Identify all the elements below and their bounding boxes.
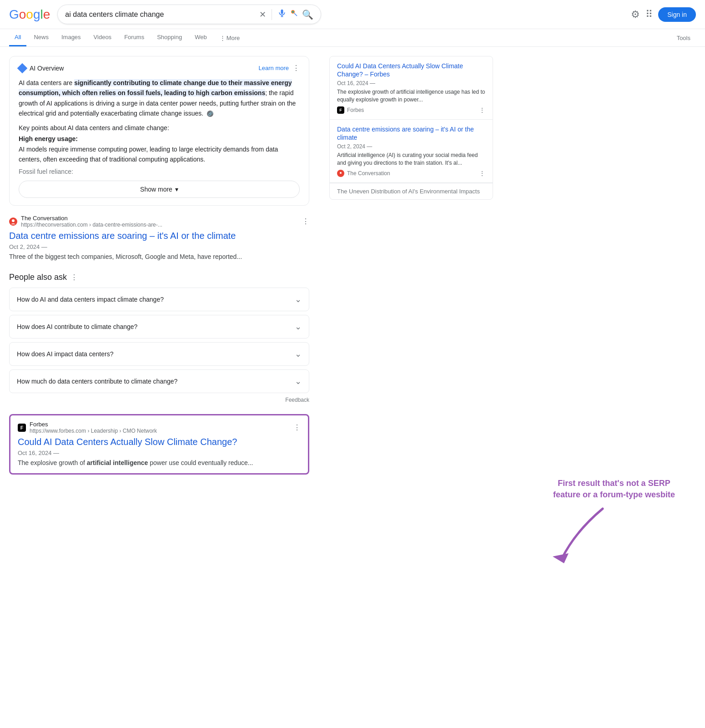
chevron-down-icon-2: ⌄ <box>295 322 302 332</box>
ai-overview-actions: Learn more ⋮ <box>259 64 300 72</box>
chevron-down-icon-1: ⌄ <box>295 294 302 304</box>
result-title[interactable]: Data centre emissions are soaring – it's… <box>9 230 309 242</box>
search-input[interactable] <box>65 10 256 19</box>
paa-item-4[interactable]: How much do data centers contribute to c… <box>9 369 309 393</box>
main-content: AI Overview Learn more ⋮ AI data centers… <box>0 47 682 495</box>
more-dots-icon: ⋮ <box>220 35 226 41</box>
forbes-url: https://www.forbes.com › Leadership › CM… <box>30 428 157 434</box>
tab-web[interactable]: Web <box>189 29 212 46</box>
svg-line-5 <box>294 13 297 16</box>
tools-button[interactable]: Tools <box>671 30 696 46</box>
ai-overview-label: AI Overview <box>30 65 64 72</box>
forbes-site-info: Forbes https://www.forbes.com › Leadersh… <box>30 421 157 434</box>
forbes-result-date: Oct 16, 2024 — <box>18 450 301 456</box>
people-also-ask: People also ask ⋮ How do AI and data cen… <box>9 273 309 403</box>
ai-diamond-icon <box>17 63 28 73</box>
tab-videos[interactable]: Videos <box>88 29 117 46</box>
sidebar-conversation-source-name: The Conversation <box>347 170 390 177</box>
annotation-arrow <box>548 504 612 563</box>
sidebar-forbes-snippet: The explosive growth of artificial intel… <box>337 88 485 104</box>
sidebar-card: Could AI Data Centers Actually Slow Clim… <box>329 56 493 200</box>
tab-images[interactable]: Images <box>56 29 86 46</box>
sidebar-result-conversation: Data centre emissions are soaring – it's… <box>330 120 493 183</box>
show-more-button[interactable]: Show more ▾ <box>19 181 300 198</box>
clear-icon[interactable]: ✕ <box>259 10 266 20</box>
tab-all[interactable]: All <box>9 29 26 46</box>
svg-rect-0 <box>281 10 283 14</box>
paa-menu-icon[interactable]: ⋮ <box>70 273 78 282</box>
snippet-bold: artificial intelligence <box>87 459 148 466</box>
sidebar-forbes-source: F Forbes ⋮ <box>337 106 485 114</box>
svg-point-7 <box>12 219 15 222</box>
show-more-label: Show more <box>140 186 172 193</box>
result-source-row: The Conversation https://theconversation… <box>9 215 309 228</box>
result-menu-icon[interactable]: ⋮ <box>302 217 309 226</box>
paa-question-2: How does AI contribute to climate change… <box>17 323 137 330</box>
search-bar: ✕ 🔍 <box>57 5 321 24</box>
tab-forums[interactable]: Forums <box>119 29 150 46</box>
tab-shopping[interactable]: Shopping <box>151 29 187 46</box>
chevron-down-icon: ▾ <box>175 186 178 193</box>
key-points-title: Key points about AI data centers and cli… <box>19 124 300 131</box>
sign-in-button[interactable]: Sign in <box>658 7 696 22</box>
sidebar-forbes-title[interactable]: Could AI Data Centers Actually Slow Clim… <box>337 62 485 78</box>
forbes-menu-icon[interactable]: ⋮ <box>293 423 301 432</box>
lens-icon[interactable] <box>290 9 298 20</box>
ai-overview-card: AI Overview Learn more ⋮ AI data centers… <box>9 56 309 206</box>
settings-icon[interactable]: ⚙ <box>631 9 640 20</box>
paa-header: People also ask ⋮ <box>9 273 309 282</box>
site-name: The Conversation <box>21 215 162 222</box>
paa-item-3[interactable]: How does AI impact data centers? ⌄ <box>9 342 309 366</box>
mic-icon[interactable] <box>277 9 287 20</box>
feedback-label[interactable]: Feedback <box>9 397 309 403</box>
paa-item-2[interactable]: How does AI contribute to climate change… <box>9 315 309 339</box>
search-submit-icon[interactable]: 🔍 <box>302 9 313 20</box>
fossil-fuel-label: Fossil fuel reliance: <box>19 168 300 175</box>
high-energy-label: High energy usage: <box>19 135 300 142</box>
result-date: Oct 2, 2024 — <box>9 243 309 250</box>
svg-point-4 <box>292 11 294 13</box>
tab-more[interactable]: ⋮ More <box>214 30 246 46</box>
google-apps-icon[interactable]: ⠿ <box>645 9 653 20</box>
nav-tabs: All News Images Videos Forums Shopping W… <box>0 29 705 47</box>
sidebar-conversation-snippet: Artificial intelligence (AI) is curating… <box>337 152 485 167</box>
paa-item-1[interactable]: How do AI and data centers impact climat… <box>9 288 309 311</box>
tab-news[interactable]: News <box>28 29 54 46</box>
high-energy-text: AI models require immense computing powe… <box>19 144 300 165</box>
sidebar-conversation-title[interactable]: Data centre emissions are soaring – it's… <box>337 125 485 142</box>
paa-question-3: How does AI impact data centers? <box>17 350 113 358</box>
citation-icon[interactable]: 🔗 <box>207 111 213 117</box>
ai-overview-text: AI data centers are significantly contri… <box>19 78 300 119</box>
sidebar-conversation-menu-icon[interactable]: ⋮ <box>479 170 485 177</box>
ai-overview-header: AI Overview Learn more ⋮ <box>19 64 300 72</box>
highlighted-forbes-result: F Forbes https://www.forbes.com › Leader… <box>9 414 309 475</box>
snippet-end: power use could eventually reduce... <box>148 459 253 466</box>
forbes-result-title[interactable]: Could AI Data Centers Actually Slow Clim… <box>18 436 301 448</box>
learn-more-link[interactable]: Learn more <box>259 65 289 71</box>
snippet-intro: The explosive growth of <box>18 459 87 466</box>
ai-overview-menu-icon[interactable]: ⋮ <box>292 64 300 72</box>
result-url: https://theconversation.com › data-centr… <box>21 222 162 228</box>
sidebar-conversation-favicon <box>337 170 344 177</box>
results-column: AI Overview Learn more ⋮ AI data centers… <box>9 56 309 485</box>
header-right: ⚙ ⠿ Sign in <box>631 7 696 22</box>
forbes-result-snippet: The explosive growth of artificial intel… <box>18 458 301 468</box>
sidebar-forbes-menu-icon[interactable]: ⋮ <box>479 106 485 114</box>
sidebar-forbes-favicon: F <box>337 106 344 114</box>
annotation-text: First result that's not a SERP feature o… <box>548 478 680 500</box>
search-result-conversation: The Conversation https://theconversation… <box>9 215 309 262</box>
paa-question-4: How much do data centers contribute to c… <box>17 378 177 385</box>
result-site-info: The Conversation https://theconversation… <box>21 215 162 228</box>
svg-marker-10 <box>553 553 569 563</box>
forbes-favicon: F <box>18 424 26 432</box>
more-label: More <box>227 35 240 41</box>
sidebar-faded-result: The Uneven Distribution of AI's Environm… <box>330 183 493 199</box>
forbes-source-row: F Forbes https://www.forbes.com › Leader… <box>18 421 301 434</box>
sidebar-forbes-source-name: Forbes <box>347 107 364 113</box>
sidebar-conversation-date: Oct 2, 2024 — <box>337 143 485 150</box>
sidebar-forbes-date: Oct 16, 2024 — <box>337 80 485 86</box>
google-logo[interactable]: Google <box>9 7 50 22</box>
chevron-down-icon-4: ⌄ <box>295 376 302 386</box>
sidebar-conversation-source: The Conversation ⋮ <box>337 170 485 177</box>
paa-title: People also ask <box>9 273 67 282</box>
